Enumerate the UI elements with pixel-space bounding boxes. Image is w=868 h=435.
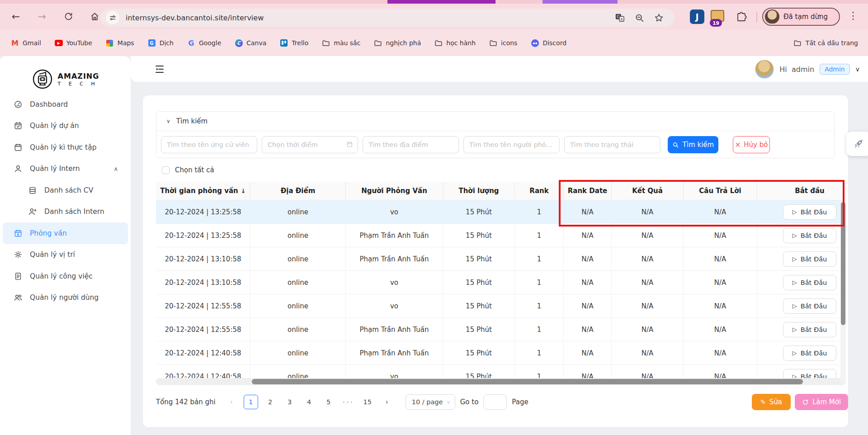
refresh-button[interactable]: Làm Mới [795, 394, 848, 410]
start-button[interactable]: ▷Bắt Đầu [783, 228, 836, 243]
filter-input-3[interactable] [463, 136, 560, 153]
bookmark-google[interactable]: GGoogle [187, 39, 221, 47]
search-panel-header[interactable]: ∨ Tìm kiếm [156, 112, 835, 131]
home-icon[interactable] [87, 9, 102, 24]
next-page-button[interactable]: › [380, 395, 394, 409]
floating-rocket-button[interactable] [846, 132, 868, 156]
vertical-scrollbar[interactable] [840, 201, 846, 384]
column-header-2[interactable]: Người Phỏng Vấn [346, 182, 443, 200]
bookmark-folder[interactable]: màu sắc [322, 39, 360, 47]
sidebar-item-danh-sách-intern[interactable]: Danh sách Intern [0, 201, 131, 223]
action-cell: ▷Bắt Đầu [774, 318, 846, 341]
column-header-4[interactable]: Rank [515, 182, 564, 200]
sidebar-item-quản-lý-kì-thực-tập[interactable]: Quản lý kì thực tập [0, 137, 131, 158]
horizontal-scrollbar[interactable] [156, 378, 846, 385]
chevron-down-icon[interactable]: ∨ [855, 66, 860, 73]
column-header-7[interactable]: Câu Trả Lời [684, 182, 757, 200]
filter-input-2[interactable] [363, 136, 459, 153]
reload-icon[interactable] [61, 9, 76, 24]
bookmark-folder[interactable]: học hành [434, 39, 476, 47]
start-button[interactable]: ▷Bắt Đầu [783, 345, 836, 361]
column-header-5[interactable]: Rank Date [564, 182, 612, 200]
all-bookmarks-button[interactable]: Tất cả dấu trang [793, 30, 858, 56]
column-header-6[interactable]: Kết Quả [612, 182, 684, 200]
column-header-0[interactable]: Thời gian phỏng vấn↓ [156, 182, 250, 200]
discord-icon [531, 39, 539, 47]
cell: N/A [564, 200, 612, 224]
back-icon[interactable]: ← [8, 9, 24, 24]
sidebar-item-quản-lý-intern[interactable]: Quản lý Intern∧ [0, 158, 131, 180]
extensions-puzzle-icon[interactable] [736, 11, 747, 22]
zoom-out-icon[interactable] [635, 13, 644, 23]
sidebar-item-quản-lý-người-dùng[interactable]: Quản lý người dùng [0, 287, 131, 309]
start-button[interactable]: ▷Bắt Đầu [783, 298, 836, 314]
calendar-check-icon [14, 121, 23, 130]
cell: 15 Phút [443, 271, 515, 294]
chevron-up-icon[interactable]: ∧ [113, 165, 118, 172]
bookmark-star-icon[interactable] [654, 13, 664, 23]
forward-icon[interactable]: → [34, 9, 50, 24]
horizontal-scrollbar-thumb[interactable] [252, 379, 803, 384]
table-row-1[interactable]: 20-12-2024 | 13:25:58onlinePhạm Trần Anh… [156, 224, 846, 247]
column-header-1[interactable]: Địa Điểm [250, 182, 346, 200]
url-text[interactable]: internsys-dev.bancantoi.site/interview [126, 14, 615, 22]
address-bar[interactable]: internsys-dev.bancantoi.site/interview G… [100, 9, 675, 27]
sidebar-item-danh-sách-cv[interactable]: Danh sách CV [0, 180, 131, 201]
bookmark-canva[interactable]: CCanva [235, 39, 266, 47]
column-header-9[interactable]: Bắt đầu [774, 182, 846, 200]
greeting: Hi [779, 65, 787, 74]
search-button[interactable]: Tìm kiếm [668, 136, 718, 153]
column-header-3[interactable]: Thời lượng [443, 182, 515, 200]
page-ellipsis[interactable]: ••• [341, 395, 355, 409]
edit-button[interactable]: ✎ Sửa [752, 394, 791, 410]
page-button-1[interactable]: 1 [244, 395, 258, 409]
vertical-scrollbar-thumb[interactable] [841, 202, 845, 325]
cell: 20-12-2024 | 13:25:58 [156, 224, 250, 247]
bookmark-folder[interactable]: nghịch phá [374, 39, 421, 47]
page-button-15[interactable]: 15 [360, 395, 375, 409]
cancel-button[interactable]: ×Hủy bỏ [733, 136, 770, 153]
filter-input-0[interactable] [161, 136, 257, 153]
page-button-3[interactable]: 3 [283, 395, 297, 409]
bookmark-trello[interactable]: Trello [280, 39, 308, 47]
browser-menu-icon[interactable]: ⋮ [848, 10, 858, 21]
start-button[interactable]: ▷Bắt Đầu [783, 275, 836, 290]
sidebar-item-dashboard[interactable]: Dashboard [0, 94, 131, 115]
table-row-4[interactable]: 20-12-2024 | 12:55:58onlinevo15 Phút1N/A… [156, 294, 846, 318]
table-row-2[interactable]: 20-12-2024 | 13:10:58onlinePhạm Trần Anh… [156, 247, 846, 271]
start-button[interactable]: ▷Bắt Đầu [783, 251, 836, 267]
filter-input-4[interactable] [564, 136, 660, 153]
table-row-6[interactable]: 20-12-2024 | 12:40:58onlinePhạm Trần Anh… [156, 341, 846, 365]
sidebar-item-quản-lý-vị-trí[interactable]: Quản lý vị trí [0, 244, 131, 266]
page-button-5[interactable]: 5 [321, 395, 336, 409]
page-button-2[interactable]: 2 [263, 395, 278, 409]
sidebar-item-quản-lý-dự-án[interactable]: Quản lý dự án [0, 115, 131, 137]
sidebar-item-phỏng-vấn[interactable]: Phỏng vấn [3, 222, 128, 244]
extension-j-icon[interactable]: J [690, 9, 704, 24]
profile-chip[interactable]: Đã tạm dừng [762, 8, 840, 26]
bookmark-youtube[interactable]: ▶YouTube [55, 39, 92, 47]
table-row-0[interactable]: 20-12-2024 | 13:25:58onlinevo15 Phút1N/A… [156, 200, 846, 224]
bookmark-maps[interactable]: Maps [106, 39, 134, 47]
translate-icon[interactable]: Gx [615, 13, 625, 23]
prev-page-button[interactable]: ‹ [224, 395, 239, 409]
start-button[interactable]: ▷Bắt Đầu [783, 204, 836, 220]
page-size-select[interactable]: 10 / page ∨ [406, 394, 455, 410]
goto-page-input[interactable] [483, 394, 507, 410]
bookmark-discord[interactable]: Discord [531, 39, 566, 47]
cell: N/A [612, 200, 684, 224]
table-row-3[interactable]: 20-12-2024 | 13:10:58onlinevo15 Phút1N/A… [156, 271, 846, 294]
page-button-4[interactable]: 4 [302, 395, 316, 409]
filter-input-1[interactable] [262, 136, 358, 153]
collapse-menu-icon[interactable] [154, 64, 165, 75]
bookmark-gmail[interactable]: MGmail [11, 39, 41, 47]
user-menu[interactable]: Hi admin Admin ∨ [755, 58, 860, 80]
site-settings-icon[interactable] [106, 11, 119, 24]
bookmark-translate[interactable]: GDịch [148, 39, 174, 47]
table-row-5[interactable]: 20-12-2024 | 12:55:58onlinePhạm Trần Anh… [156, 318, 846, 341]
bookmark-folder[interactable]: icons [489, 39, 517, 47]
select-all-checkbox[interactable] [162, 166, 170, 174]
sidebar-item-quản-lý-công-việc[interactable]: Quản lý công việc [0, 265, 131, 287]
collapse-chevron-icon[interactable]: ∨ [166, 118, 170, 124]
start-button[interactable]: ▷Bắt Đầu [783, 322, 836, 337]
